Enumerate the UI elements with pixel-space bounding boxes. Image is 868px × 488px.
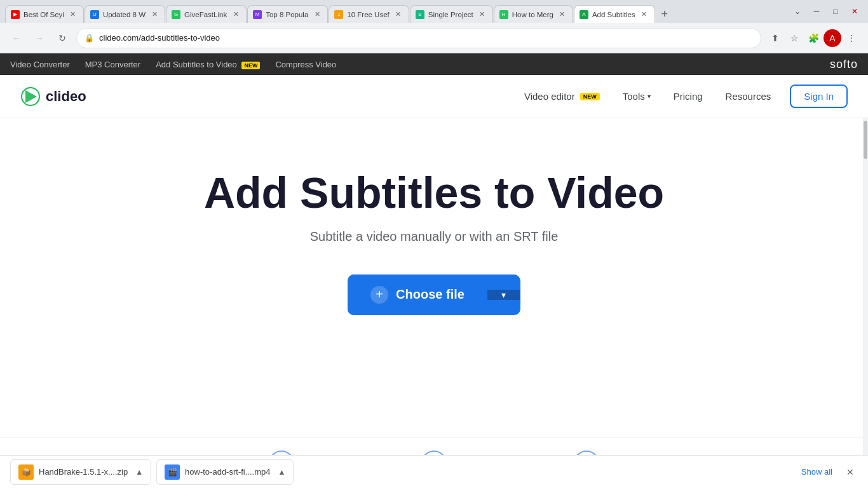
tab-5-close[interactable]: ✕ bbox=[393, 10, 403, 20]
tab-strip: ▶ Best Of Seyi ✕ U Updated 8 W ✕ G GiveF… bbox=[5, 0, 784, 23]
softo-bar-compress-video[interactable]: Compress Video bbox=[275, 60, 336, 69]
website-content: clideo Video editor NEW Tools ▾ Pricing … bbox=[0, 75, 868, 488]
download-item-2-icon: 🎬 bbox=[165, 464, 180, 480]
show-all-button[interactable]: Show all bbox=[794, 462, 840, 482]
tab-7-title: How to Merg bbox=[512, 11, 553, 18]
tab-3[interactable]: G GiveFastLink ✕ bbox=[166, 5, 247, 23]
softo-bar: Video Converter MP3 Converter Add Subtit… bbox=[0, 53, 868, 75]
tab-7[interactable]: H How to Merg ✕ bbox=[494, 5, 573, 23]
tab-7-favicon: H bbox=[499, 10, 508, 19]
tab-2-favicon: U bbox=[90, 10, 99, 19]
forward-button[interactable]: → bbox=[31, 29, 48, 47]
site-nav: clideo Video editor NEW Tools ▾ Pricing … bbox=[0, 75, 868, 118]
tab-1-favicon: ▶ bbox=[11, 10, 20, 19]
add-subtitles-new-badge: NEW bbox=[241, 62, 260, 69]
site-navigation: Video editor NEW Tools ▾ Pricing Resourc… bbox=[515, 85, 848, 108]
url-text: clideo.com/add-subtitles-to-video bbox=[99, 33, 753, 43]
choose-file-button[interactable]: + Choose file bbox=[348, 274, 487, 315]
browser-frame: ▶ Best Of Seyi ✕ U Updated 8 W ✕ G GiveF… bbox=[0, 0, 868, 488]
maximize-button[interactable]: □ bbox=[827, 3, 844, 20]
tab-3-title: GiveFastLink bbox=[184, 11, 227, 18]
tab-8[interactable]: A Add Subtitles ✕ bbox=[574, 5, 655, 23]
download-item-1-name: HandBrake-1.5.1-x....zip bbox=[39, 467, 128, 477]
tab-6-close[interactable]: ✕ bbox=[477, 10, 487, 20]
clideo-logo-icon bbox=[20, 86, 41, 107]
softo-bar-mp3-converter[interactable]: MP3 Converter bbox=[85, 60, 140, 69]
tab-3-favicon: G bbox=[172, 10, 180, 19]
tab-1-close[interactable]: ✕ bbox=[68, 10, 78, 20]
extension-puzzle-icon[interactable]: 🧩 bbox=[804, 29, 822, 47]
dropdown-arrow-icon: ▾ bbox=[501, 290, 506, 300]
tab-6-title: Single Project bbox=[428, 11, 473, 18]
download-item-1[interactable]: 📦 HandBrake-1.5.1-x....zip ▲ bbox=[10, 459, 151, 485]
hero-subtitle: Subtitle a video manually or with an SRT… bbox=[310, 229, 559, 244]
reload-button[interactable]: ↻ bbox=[53, 29, 71, 47]
profile-icon[interactable]: A bbox=[824, 29, 841, 47]
browser-toolbar: ⬆ ☆ 🧩 A ⋮ bbox=[766, 29, 860, 47]
tab-5-title: 10 Free Usef bbox=[347, 11, 389, 18]
download-bar-close[interactable]: ✕ bbox=[843, 464, 858, 480]
back-button[interactable]: ← bbox=[8, 29, 25, 47]
title-bar: ▶ Best Of Seyi ✕ U Updated 8 W ✕ G GiveF… bbox=[0, 0, 868, 23]
tab-2-title: Updated 8 W bbox=[103, 11, 146, 18]
nav-pricing[interactable]: Pricing bbox=[665, 86, 712, 107]
minimize-button[interactable]: ─ bbox=[808, 3, 825, 20]
softo-bar-add-subtitles[interactable]: Add Subtitles to Video NEW bbox=[156, 60, 260, 69]
hero-section: Add Subtitles to Video Subtitle a video … bbox=[0, 118, 868, 315]
tab-5-favicon: 1 bbox=[334, 10, 343, 19]
download-item-2-name: how-to-add-srt-fi....mp4 bbox=[185, 467, 270, 477]
close-button[interactable]: ✕ bbox=[846, 3, 863, 20]
window-controls: ⌄ ─ □ ✕ bbox=[789, 3, 863, 20]
tab-6[interactable]: S Single Project ✕ bbox=[410, 5, 493, 23]
softo-bar-video-converter[interactable]: Video Converter bbox=[10, 60, 70, 69]
share-icon[interactable]: ⬆ bbox=[766, 29, 784, 47]
tab-1-title: Best Of Seyi bbox=[24, 11, 64, 18]
new-tab-button[interactable]: + bbox=[656, 5, 674, 23]
download-item-2-expand[interactable]: ▲ bbox=[278, 468, 285, 477]
tab-4[interactable]: M Top 8 Popula ✕ bbox=[247, 5, 328, 23]
tab-8-close[interactable]: ✕ bbox=[639, 10, 649, 20]
scrollbar-thumb bbox=[864, 121, 867, 159]
choose-file-dropdown-button[interactable]: ▾ bbox=[487, 290, 520, 300]
nav-video-editor[interactable]: Video editor NEW bbox=[515, 86, 609, 107]
download-item-2[interactable]: 🎬 how-to-add-srt-fi....mp4 ▲ bbox=[156, 459, 294, 485]
download-bar: 📦 HandBrake-1.5.1-x....zip ▲ 🎬 how-to-ad… bbox=[0, 455, 868, 488]
tab-3-close[interactable]: ✕ bbox=[231, 10, 241, 20]
sign-in-button[interactable]: Sign In bbox=[790, 85, 848, 108]
site-logo-text: clideo bbox=[46, 88, 86, 105]
plus-icon: + bbox=[370, 286, 388, 304]
choose-file-label: Choose file bbox=[396, 287, 465, 302]
choose-file-wrapper: + Choose file ▾ bbox=[348, 274, 520, 315]
tab-4-favicon: M bbox=[253, 10, 262, 19]
tab-5[interactable]: 1 10 Free Usef ✕ bbox=[329, 5, 409, 23]
url-bar[interactable]: 🔒 clideo.com/add-subtitles-to-video bbox=[76, 28, 761, 48]
tab-8-favicon: A bbox=[580, 10, 588, 19]
tab-7-close[interactable]: ✕ bbox=[557, 10, 567, 20]
download-item-1-expand[interactable]: ▲ bbox=[135, 468, 143, 477]
nav-tools[interactable]: Tools ▾ bbox=[614, 86, 660, 107]
tools-dropdown-arrow: ▾ bbox=[648, 93, 651, 100]
tab-4-title: Top 8 Popula bbox=[266, 11, 308, 18]
browser-menu-icon[interactable]: ⋮ bbox=[843, 29, 860, 47]
site-logo[interactable]: clideo bbox=[20, 86, 86, 107]
tab-8-title: Add Subtitles bbox=[592, 11, 635, 18]
svg-marker-0 bbox=[25, 90, 37, 103]
download-item-1-icon: 📦 bbox=[18, 464, 34, 480]
video-editor-new-badge: NEW bbox=[580, 93, 600, 100]
tab-1[interactable]: ▶ Best Of Seyi ✕ bbox=[5, 5, 84, 23]
page-scrollbar[interactable] bbox=[863, 118, 868, 455]
softo-logo: softo bbox=[830, 58, 858, 71]
tab-overflow-button[interactable]: ⌄ bbox=[789, 3, 806, 20]
nav-resources[interactable]: Resources bbox=[717, 86, 780, 107]
tab-4-close[interactable]: ✕ bbox=[312, 10, 322, 20]
bookmark-icon[interactable]: ☆ bbox=[785, 29, 803, 47]
hero-title: Add Subtitles to Video bbox=[204, 169, 664, 217]
tab-2-close[interactable]: ✕ bbox=[149, 10, 159, 20]
tab-2[interactable]: U Updated 8 W ✕ bbox=[85, 5, 165, 23]
lock-icon: 🔒 bbox=[85, 34, 94, 43]
address-bar: ← → ↻ 🔒 clideo.com/add-subtitles-to-vide… bbox=[0, 23, 868, 53]
tab-6-favicon: S bbox=[416, 10, 424, 19]
